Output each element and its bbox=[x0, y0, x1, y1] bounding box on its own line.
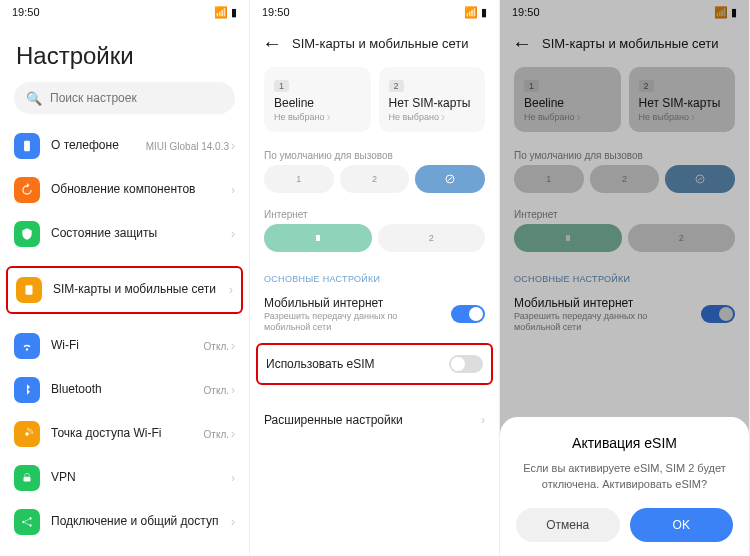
item-sim-networks[interactable]: SIM-карты и мобильные сети › bbox=[6, 266, 243, 314]
calls-sim2[interactable]: 2 bbox=[340, 165, 410, 193]
svg-rect-0 bbox=[24, 141, 30, 152]
page-title: Настройки bbox=[0, 24, 249, 82]
phone-icon bbox=[14, 133, 40, 159]
item-connection-sharing[interactable]: Подключение и общий доступ › bbox=[0, 500, 249, 544]
chevron-right-icon: › bbox=[231, 471, 235, 485]
item-about-phone[interactable]: О телефоне MIUI Global 14.0.3› bbox=[0, 124, 249, 168]
sim-card-1[interactable]: 1 Beeline Не выбрано› bbox=[264, 67, 371, 132]
update-icon bbox=[14, 177, 40, 203]
chevron-right-icon: › bbox=[231, 339, 235, 353]
signal-icon: 📶 bbox=[214, 6, 228, 19]
sim-icon bbox=[16, 277, 42, 303]
svg-rect-3 bbox=[24, 477, 31, 482]
chevron-right-icon: › bbox=[231, 227, 235, 241]
main-settings-header: ОСНОВНЫЕ НАСТРОЙКИ bbox=[250, 260, 499, 288]
svg-rect-8 bbox=[316, 235, 320, 241]
chevron-right-icon: › bbox=[231, 139, 235, 153]
cancel-button[interactable]: Отмена bbox=[516, 508, 620, 542]
battery-icon: ▮ bbox=[231, 6, 237, 19]
internet-sim1[interactable] bbox=[264, 224, 372, 252]
bluetooth-icon bbox=[14, 377, 40, 403]
status-icons: 📶 ▮ bbox=[214, 6, 237, 19]
wifi-icon bbox=[14, 333, 40, 359]
screen-sim-settings: 19:50 📶▮ ← SIM-карты и мобильные сети 1 … bbox=[250, 0, 500, 556]
chevron-right-icon: › bbox=[441, 110, 445, 124]
hotspot-icon bbox=[14, 421, 40, 447]
item-hotspot[interactable]: Точка доступа Wi-Fi Откл.› bbox=[0, 412, 249, 456]
default-calls-label: По умолчанию для вызовов bbox=[250, 142, 499, 165]
item-wifi[interactable]: Wi-Fi Откл.› bbox=[0, 324, 249, 368]
chevron-right-icon: › bbox=[231, 183, 235, 197]
dialog-body: Если вы активируете eSIM, SIM 2 будет от… bbox=[516, 461, 733, 492]
chevron-right-icon: › bbox=[231, 427, 235, 441]
chevron-right-icon: › bbox=[231, 383, 235, 397]
svg-point-2 bbox=[25, 432, 29, 436]
screen-esim-dialog: 19:50 📶▮ ← SIM-карты и мобильные сети 1 … bbox=[500, 0, 750, 556]
item-bluetooth[interactable]: Bluetooth Откл.› bbox=[0, 368, 249, 412]
chevron-right-icon: › bbox=[481, 413, 485, 427]
internet-selector: 2 bbox=[250, 224, 499, 260]
item-component-updates[interactable]: Обновление компонентов › bbox=[0, 168, 249, 212]
chevron-right-icon: › bbox=[229, 283, 233, 297]
advanced-settings-row[interactable]: Расширенные настройки › bbox=[250, 405, 499, 435]
item-vpn[interactable]: VPN › bbox=[0, 456, 249, 500]
dialog-title: Активация eSIM bbox=[516, 435, 733, 451]
header: ← SIM-карты и мобильные сети bbox=[250, 24, 499, 63]
chevron-right-icon: › bbox=[231, 515, 235, 529]
mobile-internet-row: Мобильный интернет Разрешить передачу да… bbox=[250, 288, 499, 341]
shield-icon bbox=[14, 221, 40, 247]
screen-settings: 19:50 📶 ▮ Настройки 🔍 О телефоне MIUI Gl… bbox=[0, 0, 250, 556]
clock: 19:50 bbox=[262, 6, 290, 18]
page-title: SIM-карты и мобильные сети bbox=[292, 36, 468, 51]
internet-label: Интернет bbox=[250, 201, 499, 224]
use-esim-toggle[interactable] bbox=[449, 355, 483, 373]
svg-point-5 bbox=[29, 517, 31, 519]
search-bar[interactable]: 🔍 bbox=[14, 82, 235, 114]
ok-button[interactable]: OK bbox=[630, 508, 734, 542]
vpn-icon bbox=[14, 465, 40, 491]
chevron-right-icon: › bbox=[326, 110, 330, 124]
battery-icon: ▮ bbox=[481, 6, 487, 19]
back-button[interactable]: ← bbox=[262, 32, 282, 55]
sim-card-2[interactable]: 2 Нет SIM-карты Не выбрано› bbox=[379, 67, 486, 132]
mobile-internet-toggle[interactable] bbox=[451, 305, 485, 323]
statusbar: 19:50 📶 ▮ bbox=[0, 0, 249, 24]
use-esim-row: Использовать eSIM bbox=[256, 343, 493, 385]
search-icon: 🔍 bbox=[26, 91, 42, 106]
share-icon bbox=[14, 509, 40, 535]
search-input[interactable] bbox=[50, 91, 223, 105]
clock: 19:50 bbox=[12, 6, 40, 18]
calls-ask[interactable] bbox=[415, 165, 485, 193]
esim-activation-dialog: Активация eSIM Если вы активируете eSIM,… bbox=[500, 417, 749, 556]
internet-sim2[interactable]: 2 bbox=[378, 224, 486, 252]
default-calls-selector: 1 2 bbox=[250, 165, 499, 201]
svg-rect-1 bbox=[26, 285, 33, 294]
signal-icon: 📶 bbox=[464, 6, 478, 19]
svg-point-4 bbox=[22, 521, 24, 523]
value: MIUI Global 14.0.3› bbox=[146, 139, 235, 153]
svg-point-6 bbox=[29, 524, 31, 526]
calls-sim1[interactable]: 1 bbox=[264, 165, 334, 193]
item-security-status[interactable]: Состояние защиты › bbox=[0, 212, 249, 256]
statusbar: 19:50 📶▮ bbox=[250, 0, 499, 24]
status-icons: 📶▮ bbox=[464, 6, 487, 19]
